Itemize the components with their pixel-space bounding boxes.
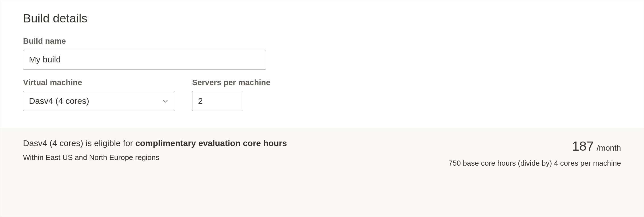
summary-right: 187 /month 750 base core hours (divide b… (448, 138, 621, 168)
eligibility-text: Dasv4 (4 cores) is eligible for complime… (23, 138, 287, 148)
servers-per-machine-field: Servers per machine (192, 78, 271, 111)
vm-row: Virtual machine Dasv4 (4 cores) Servers … (23, 78, 621, 119)
section-title: Build details (23, 12, 621, 25)
virtual-machine-select[interactable]: Dasv4 (4 cores) (23, 91, 175, 111)
virtual-machine-field: Virtual machine Dasv4 (4 cores) (23, 78, 175, 111)
hours-number: 187 (572, 138, 594, 154)
hours-unit: /month (597, 144, 621, 153)
build-name-label: Build name (23, 37, 621, 46)
build-name-input[interactable] (23, 50, 266, 69)
virtual-machine-label: Virtual machine (23, 78, 175, 87)
build-details-panel: Build details Build name Virtual machine… (0, 0, 644, 217)
hours-display: 187 /month (572, 138, 621, 154)
summary-bar: Dasv4 (4 cores) is eligible for complime… (0, 128, 644, 217)
form-section: Build details Build name Virtual machine… (0, 0, 644, 128)
servers-per-machine-input[interactable] (192, 91, 243, 111)
eligibility-prefix: Dasv4 (4 cores) is eligible for (23, 138, 135, 148)
virtual-machine-select-wrapper: Dasv4 (4 cores) (23, 91, 175, 111)
build-name-field: Build name (23, 37, 621, 69)
servers-per-machine-label: Servers per machine (192, 78, 271, 87)
eligibility-bold: complimentary evaluation core hours (135, 138, 287, 148)
summary-left: Dasv4 (4 cores) is eligible for complime… (23, 138, 287, 162)
calculation-text: 750 base core hours (divide by) 4 cores … (448, 159, 621, 168)
region-note: Within East US and North Europe regions (23, 153, 287, 162)
